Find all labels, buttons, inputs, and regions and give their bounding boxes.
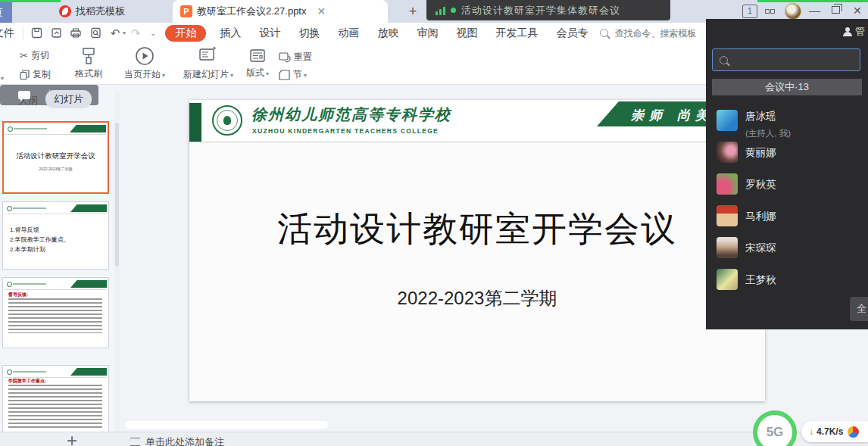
new-slide-button[interactable]: 新建幻灯片	[180, 46, 236, 81]
layout-icon	[249, 48, 266, 64]
minimize-button[interactable]	[809, 5, 820, 18]
slide[interactable]: 徐州幼儿师范高等专科学校 XUZHOU KINDERGARTEN TEACHER…	[189, 100, 765, 401]
print-preview-icon[interactable]	[87, 26, 104, 41]
tab-docer-templates[interactable]: 找稻壳模板	[52, 0, 151, 23]
new-slide-icon	[198, 46, 219, 66]
sidebar-scrollbar[interactable]	[114, 92, 120, 441]
menu-tab-slideshow[interactable]: 放映	[368, 27, 407, 40]
thumb-body-lines	[8, 298, 102, 333]
member-chevron-icon: ›	[583, 28, 586, 39]
single-window-button[interactable]: 1	[742, 5, 757, 18]
notes-bar[interactable]: 单击此处添加备注	[0, 432, 868, 446]
slide-thumbnail-3[interactable]: 督导反馈:	[2, 277, 109, 348]
copy-icon	[20, 70, 30, 80]
green-accent-bar	[189, 103, 201, 142]
member-search-input[interactable]	[712, 48, 860, 71]
notes-placeholder[interactable]: 单击此处添加备注	[145, 435, 224, 446]
menu-tab-animation[interactable]: 动画	[329, 27, 368, 40]
mini-logo-icon	[8, 126, 13, 132]
thumb-text: 1.督导反馈 2.学院教学工作重点。 2.本学期计划	[10, 225, 70, 254]
tab-presentation-file[interactable]: P 教研室工作会议2.27.pptx	[173, 0, 388, 23]
scissors-icon: ✂	[20, 50, 28, 61]
menu-tab-view[interactable]: 视图	[447, 27, 486, 40]
comment-icon[interactable]	[0, 91, 49, 99]
meeting-panel: 管 会议中·13 唐冰瑶 (主持人, 我) 黄丽娜 罗秋英 马利娜 宋琛琛	[706, 19, 868, 329]
participant-avatar	[717, 110, 738, 131]
recording-dot-icon	[451, 8, 456, 13]
menu-tab-home[interactable]: 开始	[165, 25, 206, 42]
reset-button[interactable]: 重置	[279, 51, 312, 64]
slide-title[interactable]: 活动设计教研室开学会议	[189, 206, 765, 253]
participant-name: 王梦秋	[745, 273, 776, 287]
workspace-grid-button[interactable]	[765, 5, 779, 19]
redo-icon: ↷	[127, 26, 144, 41]
menu-tab-insert[interactable]: 插入	[211, 27, 250, 40]
tab-label: 找稻壳模板	[76, 5, 125, 18]
account-avatar[interactable]	[785, 3, 801, 20]
slide-thumbnail-2[interactable]: 1.督导反馈 2.学院教学工作重点。 2.本学期计划	[2, 201, 109, 270]
meeting-title: 活动设计教研室开学集体教研会议	[461, 4, 620, 17]
participant-name: 宋琛琛	[745, 242, 776, 255]
meeting-title-banner[interactable]: 活动设计教研室开学集体教研会议	[426, 0, 670, 20]
manage-members-button[interactable]: 管	[843, 25, 865, 39]
download-arrow-icon: ↓	[809, 426, 813, 437]
slide-thumbnail-4[interactable]: 学院教学工作重点:	[2, 365, 109, 436]
app-window: 页 找稻壳模板 P 教研室工作会议2.27.pptx + 活动设计教研室开学集体…	[0, 0, 868, 446]
format-painter-button[interactable]: 格式刷	[70, 47, 108, 80]
in-meeting-tab[interactable]: 会议中·13	[712, 79, 862, 95]
ribbon-collapse-icon[interactable]	[150, 29, 156, 37]
mini-ribbon	[70, 204, 107, 212]
export-icon[interactable]	[48, 26, 64, 41]
undo-icon[interactable]: ↶	[107, 26, 123, 41]
restore-button[interactable]	[832, 6, 840, 14]
add-slide-button[interactable]: +	[67, 430, 77, 446]
participant-row[interactable]: 王梦秋	[717, 269, 865, 290]
thumb-body-lines	[8, 385, 102, 429]
signal-bars-icon	[436, 6, 445, 15]
file-menu[interactable]: 文件	[0, 27, 20, 40]
app-logo-icon	[848, 426, 859, 438]
mute-all-button[interactable]: 全	[850, 297, 868, 321]
save-icon[interactable]	[28, 26, 45, 41]
thumb-heading: 学院教学工作重点:	[8, 378, 46, 385]
menu-tab-design[interactable]: 设计	[250, 27, 289, 40]
participant-avatar	[717, 173, 738, 195]
participant-avatar	[717, 205, 738, 226]
slide-thumbnail-1[interactable]: 活动设计教研室开学会议 2022-2023第二学期	[2, 121, 109, 194]
slide-subtitle[interactable]: 2022-2023第二学期	[189, 286, 765, 310]
share-border-right	[757, 0, 868, 2]
participant-name: 马利娜	[745, 210, 776, 223]
cut-button[interactable]: ✂剪切	[20, 49, 49, 62]
home-tab-fragment[interactable]: 页	[0, 2, 12, 23]
close-window-button[interactable]	[853, 5, 862, 18]
section-button[interactable]: 节	[279, 68, 307, 81]
close-tab-icon[interactable]	[317, 5, 326, 17]
participant-row[interactable]: 宋琛琛	[717, 237, 865, 258]
participant-row[interactable]: 罗秋英	[717, 173, 865, 195]
thumb-subtitle: 2022-2023第二学期	[4, 167, 108, 171]
layout-button[interactable]: 版式	[239, 48, 276, 80]
menu-tab-devtools[interactable]: 开发工具	[486, 27, 547, 40]
ppt-file-icon: P	[180, 5, 192, 17]
copy-button[interactable]: 复制	[20, 68, 51, 81]
manage-label: 管	[855, 25, 865, 39]
participant-name: 唐冰瑶	[745, 110, 776, 123]
network-speed-widget[interactable]: ↓ 4.7K/s	[801, 421, 868, 442]
participant-avatar	[717, 269, 738, 290]
participant-row[interactable]: 唐冰瑶 (主持人, 我)	[717, 110, 865, 131]
print-icon[interactable]	[67, 26, 84, 41]
new-tab-button[interactable]: +	[404, 3, 421, 20]
participant-name: 罗秋英	[745, 178, 776, 192]
play-from-current-button[interactable]: 当页开始	[121, 46, 168, 81]
download-speed: 4.7K/s	[816, 426, 843, 437]
undo-caret-icon[interactable]	[123, 30, 126, 36]
paste-caret-icon[interactable]	[1, 75, 4, 82]
menu-tab-transition[interactable]: 切换	[289, 27, 329, 40]
participant-row[interactable]: 黄丽娜	[717, 142, 865, 163]
tab-slides[interactable]: 幻灯片	[45, 90, 92, 108]
notes-resize-handle[interactable]	[125, 421, 328, 429]
menu-tab-review[interactable]: 审阅	[407, 27, 447, 40]
school-motto: 崇师 尚美	[631, 107, 713, 124]
participant-row[interactable]: 马利娜	[717, 205, 865, 226]
search-input[interactable]	[613, 27, 714, 39]
